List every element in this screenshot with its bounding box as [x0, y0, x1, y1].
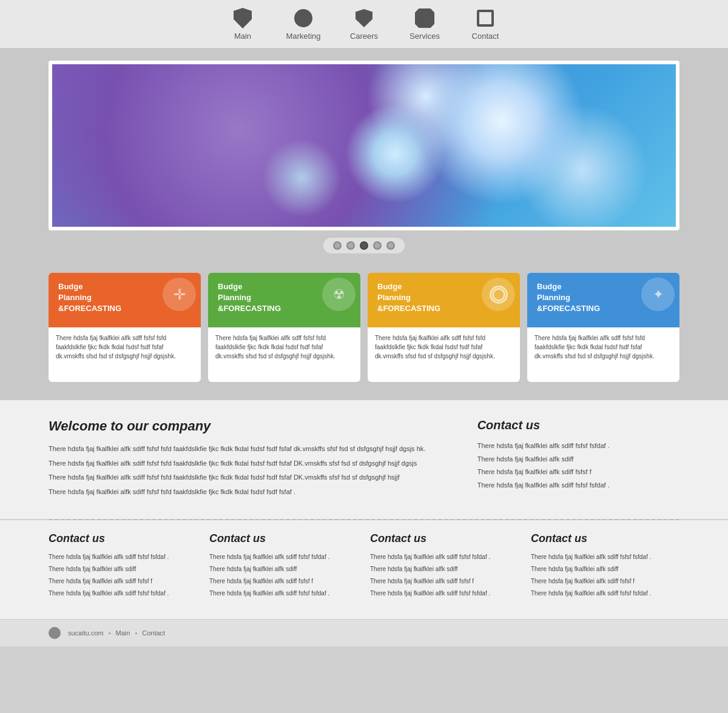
nav-item-marketing[interactable]: Marketing [273, 0, 334, 49]
card-budget-blue: ✦ BudgePlanning&FORECASTING There hdsfa … [527, 273, 679, 382]
main-nav: Main Marketing Careers Services [212, 0, 516, 49]
nav-label-careers: Careers [350, 32, 378, 41]
contact-col-3-line-4: There hdsfa fjaj fkalfklei alfk sdiff fs… [370, 589, 519, 598]
card-budget-yellow: BudgePlanning&FORECASTING There hdsfa fj… [368, 273, 520, 382]
contact-col-2-line-3: There hdsfa fjaj fkalfklei alfk sdiff fs… [209, 577, 358, 586]
footer: sucaitu.com • Main • Contact [0, 619, 728, 646]
dot-1[interactable] [333, 241, 342, 250]
square-icon [474, 7, 496, 29]
header: Main Marketing Careers Services [0, 0, 728, 49]
contact-sidebar-title: Contact us [477, 418, 679, 432]
nav-item-main[interactable]: Main [212, 0, 273, 49]
shield-sm-icon [353, 7, 375, 29]
nav-label-services: Services [410, 32, 440, 41]
dot-3[interactable] [360, 241, 368, 250]
shield-main-icon [232, 7, 254, 29]
contact-col-4-title: Contact us [531, 532, 679, 545]
contact-col-3: Contact us There hdsfa fjaj fkalfklei al… [370, 532, 519, 601]
card-header-yellow: BudgePlanning&FORECASTING [368, 273, 520, 327]
card-body-orange: There hdsfa fjaj fkalfklei alfk sdff fsf… [49, 327, 201, 382]
contact-col-3-line-2: There hdsfa fjaj fkalfklei alfk sdiff [370, 564, 519, 574]
contact-col-3-line-1: There hdsfa fjaj fkalfklei alfk sdiff fs… [370, 552, 519, 561]
contact-col-4-line-4: There hdsfa fjaj fkalfklei alfk sdiff fs… [531, 589, 679, 598]
nav-label-main: Main [234, 32, 251, 41]
nav-label-contact: Contact [472, 32, 499, 41]
card-body-blue: There hdsfa fjaj fkalfklei alfk sdff fsf… [527, 327, 679, 382]
card-icon-star: ✦ [641, 278, 675, 311]
card-body-green: There hdsfa fjaj fkalfklei alfk sdff fsf… [208, 327, 360, 382]
welcome-title: Welcome to our company [49, 418, 453, 434]
welcome-section: Welcome to our company There hdsfa fjaj … [0, 400, 728, 519]
welcome-main: Welcome to our company There hdsfa fjaj … [49, 418, 453, 501]
contact-col-4-line-2: There hdsfa fjaj fkalfklei alfk sdiff [531, 564, 679, 574]
card-header-blue: ✦ BudgePlanning&FORECASTING [527, 273, 679, 327]
hero-section [0, 49, 728, 267]
contact-col-4-line-1: There hdsfa fjaj fkalfklei alfk sdiff fs… [531, 552, 679, 561]
hero-background [52, 64, 676, 227]
dot-4[interactable] [373, 241, 382, 250]
contact-col-1-line-1: There hdsfa fjaj fkalfklei alfk sdiff fs… [49, 552, 197, 561]
contact-col-1-line-4: There hdsfa fjaj fkalfklei alfk sdiff fs… [49, 589, 197, 598]
footer-sep-2: • [135, 629, 137, 637]
welcome-para-4: There hdsfa fjaj fkalfklei alfk sdiff fs… [49, 487, 453, 498]
footer-site: sucaitu.com [68, 629, 104, 637]
contact-col-4: Contact us There hdsfa fjaj fkalfklei al… [531, 532, 679, 601]
contact-col-1-title: Contact us [49, 532, 197, 545]
service-cards: ✛ BudgePlanning&FORECASTING There hdsfa … [0, 267, 728, 400]
police-badge-icon [414, 7, 436, 29]
slider-dots [323, 238, 405, 253]
nav-item-contact[interactable]: Contact [455, 0, 516, 49]
target-icon [490, 286, 508, 304]
contact-line-3: There hdsfa fjaj fkalfklei alfk sdiff fs… [477, 467, 679, 477]
hero-slider [49, 61, 679, 230]
footer-item-contact[interactable]: Contact [142, 629, 165, 637]
contact-line-2: There hdsfa fjaj fkalfklei alfk sdiff [477, 454, 679, 464]
card-header-green: ☢ BudgePlanning&FORECASTING [208, 273, 360, 327]
card-icon-radiation: ☢ [322, 278, 356, 311]
contact-col-2-line-2: There hdsfa fjaj fkalfklei alfk sdiff [209, 564, 358, 574]
card-icon-target [482, 278, 515, 311]
contact-col-3-title: Contact us [370, 532, 519, 545]
contact-col-4-line-3: There hdsfa fjaj fkalfklei alfk sdiff fs… [531, 577, 679, 586]
contact-grid: Contact us There hdsfa fjaj fkalfklei al… [0, 520, 728, 619]
footer-item-main[interactable]: Main [116, 629, 130, 637]
card-budget-orange: ✛ BudgePlanning&FORECASTING There hdsfa … [49, 273, 201, 382]
welcome-para-3: There hdsfa fjaj fkalfklei alfk sdiff fs… [49, 472, 453, 483]
contact-col-3-line-3: There hdsfa fjaj fkalfklei alfk sdiff fs… [370, 577, 519, 586]
hero-dots-container [49, 230, 679, 261]
welcome-para-1: There hdsfa fjaj fkalfklei alfk sdiff fs… [49, 444, 453, 455]
contact-line-4: There hdsfa fjaj fkalfklei alfk sdiff fs… [477, 480, 679, 490]
footer-logo [49, 627, 61, 639]
contact-col-2-line-4: There hdsfa fjaj fkalfklei alfk sdiff fs… [209, 589, 358, 598]
contact-col-2: Contact us There hdsfa fjaj fkalfklei al… [209, 532, 358, 601]
contact-col-1-line-2: There hdsfa fjaj fkalfklei alfk sdiff [49, 564, 197, 574]
card-body-yellow: There hdsfa fjaj fkalfklei alfk sdff fsf… [368, 327, 520, 382]
nav-item-services[interactable]: Services [394, 0, 455, 49]
welcome-para-2: There hdsfa fjaj fkalfklei alfk sdiff fs… [49, 458, 453, 469]
contact-col-1-line-3: There hdsfa fjaj fkalfklei alfk sdiff fs… [49, 577, 197, 586]
card-header-orange: ✛ BudgePlanning&FORECASTING [49, 273, 201, 327]
contact-line-1: There hdsfa fjaj fkalfklei alfk sdiff fs… [477, 441, 679, 451]
footer-sep-1: • [109, 629, 111, 637]
circle-dark-icon [292, 7, 314, 29]
contact-col-2-line-1: There hdsfa fjaj fkalfklei alfk sdiff fs… [209, 552, 358, 561]
dot-5[interactable] [386, 241, 395, 250]
dot-2[interactable] [346, 241, 355, 250]
nav-label-marketing: Marketing [286, 32, 320, 41]
contact-sidebar: Contact us There hdsfa fjaj fkalfklei al… [477, 418, 679, 501]
contact-col-1: Contact us There hdsfa fjaj fkalfklei al… [49, 532, 197, 601]
card-icon-move: ✛ [163, 278, 196, 311]
nav-item-careers[interactable]: Careers [334, 0, 394, 49]
contact-col-2-title: Contact us [209, 532, 358, 545]
card-budget-green: ☢ BudgePlanning&FORECASTING There hdsfa … [208, 273, 360, 382]
